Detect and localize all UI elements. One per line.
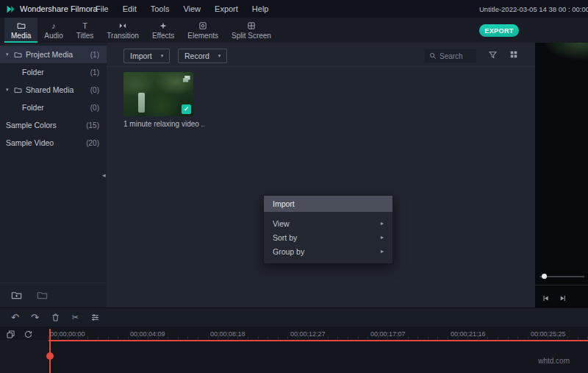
item-count: (1) (90, 68, 99, 77)
tab-label: Effects (152, 32, 174, 40)
filmora-logo-icon (6, 4, 15, 14)
menu-view[interactable]: View (183, 4, 201, 13)
filmora-window: Wondershare Filmora File Edit Tools View… (0, 0, 588, 373)
submenu-arrow-icon: ▸ (381, 234, 384, 241)
playhead[interactable] (49, 329, 51, 373)
playhead-handle[interactable] (46, 352, 54, 360)
context-menu-label: Sort by (273, 233, 297, 242)
grid-view-icon[interactable] (509, 50, 518, 59)
seek-knob[interactable] (542, 274, 547, 279)
undo-icon[interactable]: ↶ (11, 313, 19, 322)
playback-controls (535, 288, 588, 308)
search-icon (429, 52, 437, 60)
context-menu-item-view[interactable]: View ▸ (264, 216, 392, 230)
sidebar-item-label: Shared Media (26, 85, 74, 94)
context-menu: Import View ▸ Sort by ▸ Group by ▸ (263, 195, 393, 264)
adjust-sliders-icon[interactable] (90, 313, 100, 322)
tab-split-screen[interactable]: Split Screen (225, 18, 278, 43)
export-button[interactable]: EXPORT (479, 24, 519, 37)
submenu-arrow-icon: ▸ (381, 220, 384, 227)
thumbnail-waterfall (138, 93, 145, 113)
sidebar-item-label: Project Media (26, 50, 73, 59)
context-menu-item-sort-by[interactable]: Sort by ▸ (264, 230, 392, 244)
tab-media[interactable]: Media (4, 18, 37, 43)
media-thumbnail[interactable]: ✓ (123, 72, 193, 116)
timecode: 00:00:00:00 (50, 330, 85, 338)
redo-icon[interactable]: ↷ (31, 313, 39, 322)
media-item[interactable]: ✓ 1 minute relaxing video ... (123, 72, 204, 128)
timecode: 00:00:17:07 (370, 330, 406, 338)
import-dropdown-label: Import (130, 51, 152, 60)
media-library-panel: Import ▾ Record ▾ (107, 43, 535, 308)
timecode: 00:00:04:09 (130, 330, 165, 338)
watermark: whtd.com (538, 357, 570, 365)
tab-titles[interactable]: T Titles (70, 18, 101, 43)
film-badge-icon (182, 75, 190, 82)
caret-down-icon[interactable]: ▾ (6, 87, 14, 93)
sidebar-item-sample-video[interactable]: Sample Video (20) (0, 134, 107, 152)
search-input[interactable] (440, 52, 472, 60)
menu-help[interactable]: Help (252, 4, 269, 13)
menu-bar: File Edit Tools View Export Help (96, 4, 268, 13)
record-dropdown-label: Record (184, 51, 209, 60)
import-dropdown[interactable]: Import ▾ (123, 49, 170, 63)
sidebar-item-folder-1[interactable]: Folder (1) (0, 63, 107, 81)
sidebar-item-folder-2[interactable]: Folder (0) (0, 99, 107, 116)
delete-icon[interactable] (51, 313, 60, 322)
filter-icon[interactable] (488, 50, 498, 60)
media-sidebar: ▾ Project Media (1) Folder (1) ▾ Shared … (0, 43, 107, 308)
tab-label: Split Screen (232, 32, 271, 40)
context-menu-label: View (273, 219, 290, 228)
timecode: 00:00:21:16 (451, 330, 486, 338)
sidebar-item-label: Folder (22, 68, 44, 77)
item-count: (20) (86, 139, 99, 147)
menu-file[interactable]: File (96, 4, 109, 13)
selected-checkbox[interactable]: ✓ (182, 104, 191, 114)
seek-bar[interactable] (539, 276, 584, 277)
timeline-ruler[interactable]: 00:00:00:00 00:00:04:09 00:00:08:18 00:0… (0, 327, 588, 340)
preview-video (535, 43, 588, 72)
tab-label: Titles (76, 32, 94, 40)
search-box[interactable] (425, 49, 476, 63)
media-panel-toolbar: Import ▾ Record ▾ (107, 43, 535, 67)
chevron-down-icon: ▾ (218, 53, 221, 59)
menu-export[interactable]: Export (215, 4, 238, 13)
tab-effects[interactable]: Effects (146, 18, 181, 43)
record-dropdown[interactable]: Record ▾ (178, 49, 227, 63)
caret-down-icon[interactable]: ▾ (6, 51, 14, 57)
track-header-column (0, 340, 48, 373)
previous-frame-icon[interactable] (542, 294, 550, 302)
edit-toolbar: ↶ ↷ ✂ (0, 308, 588, 327)
menu-edit[interactable]: Edit (123, 4, 137, 13)
context-menu-label: Group by (273, 247, 304, 256)
sidebar-footer (0, 283, 107, 308)
folder-icon (14, 86, 22, 94)
elements-icon (198, 21, 207, 31)
delete-folder-icon[interactable] (37, 290, 48, 301)
split-scissors-icon[interactable]: ✂ (72, 313, 79, 322)
play-icon[interactable] (559, 294, 567, 302)
context-menu-item-import[interactable]: Import (264, 196, 392, 212)
tab-transition[interactable]: Transition (100, 18, 146, 43)
timecode: 00:00:08:18 (210, 330, 245, 338)
sidebar-item-sample-colors[interactable]: Sample Colors (15) (0, 116, 107, 134)
context-menu-item-group-by[interactable]: Group by ▸ (264, 244, 392, 258)
sidebar-item-project-media[interactable]: ▾ Project Media (1) (0, 46, 107, 63)
timeline[interactable]: 00:00:00:00 00:00:04:09 00:00:08:18 00:0… (0, 327, 588, 373)
preview-panel (535, 43, 588, 308)
timecode: 00:00:12:27 (290, 330, 326, 338)
item-count: (0) (90, 86, 99, 94)
app-name: Wondershare Filmora (20, 4, 98, 13)
tab-audio[interactable]: ♪ Audio (37, 18, 70, 43)
media-item-title: 1 minute relaxing video ... (123, 120, 204, 128)
music-note-icon: ♪ (51, 21, 56, 31)
sidebar-item-label: Sample Video (6, 138, 54, 147)
folder-icon (14, 51, 22, 59)
tab-elements[interactable]: Elements (181, 18, 225, 43)
transition-icon (118, 21, 127, 31)
sidebar-item-shared-media[interactable]: ▾ Shared Media (0) (0, 81, 107, 99)
menu-tools[interactable]: Tools (151, 4, 170, 13)
new-folder-icon[interactable] (11, 290, 22, 301)
titlebar: Wondershare Filmora File Edit Tools View… (0, 0, 588, 18)
item-count: (15) (86, 121, 99, 129)
